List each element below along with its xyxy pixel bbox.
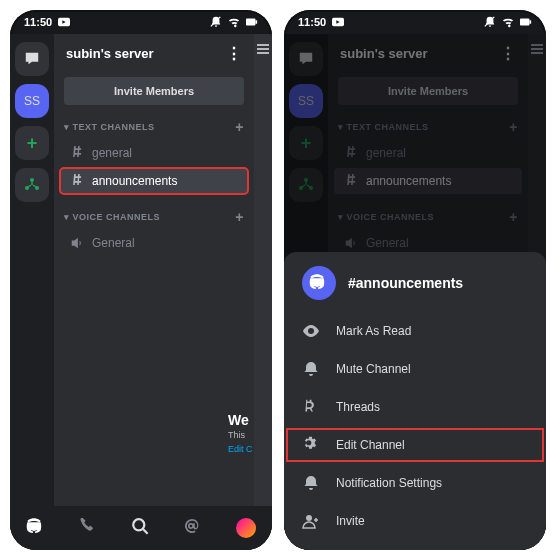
battery-icon bbox=[520, 16, 532, 28]
nav-search[interactable] bbox=[131, 517, 151, 540]
sheet-title: #announcements bbox=[348, 275, 463, 291]
status-time: 11:50 bbox=[24, 16, 52, 28]
discord-icon bbox=[26, 517, 46, 537]
add-user-icon bbox=[302, 512, 320, 530]
server-name[interactable]: subin's server bbox=[66, 46, 154, 61]
invite-members-button[interactable]: Invite Members bbox=[64, 77, 244, 105]
bell-icon bbox=[302, 360, 320, 378]
server-icon-current[interactable]: SS bbox=[15, 84, 49, 118]
hamburger-icon bbox=[257, 44, 269, 54]
status-bar: 11:50 bbox=[10, 10, 272, 34]
messages-button[interactable] bbox=[289, 42, 323, 76]
bell-off-icon bbox=[484, 16, 496, 28]
call-icon bbox=[79, 517, 99, 537]
nav-profile[interactable] bbox=[236, 518, 256, 538]
hub-icon bbox=[23, 176, 41, 194]
discover-hub-button[interactable] bbox=[289, 168, 323, 202]
status-bar: 11:50 bbox=[284, 10, 546, 34]
discord-icon bbox=[309, 273, 329, 293]
wifi-icon bbox=[502, 16, 514, 28]
action-invite[interactable]: Invite bbox=[284, 502, 546, 540]
server-icon-current[interactable]: SS bbox=[289, 84, 323, 118]
action-edit-channel[interactable]: Edit Channel bbox=[284, 426, 546, 464]
server-list: SS + bbox=[10, 34, 54, 506]
category-voice-channels[interactable]: ▾ VOICE CHANNELS + bbox=[54, 205, 254, 229]
bell-icon bbox=[302, 474, 320, 492]
welcome-card-peek: We This Edit C bbox=[228, 412, 258, 454]
discover-hub-button[interactable] bbox=[15, 168, 49, 202]
messages-button[interactable] bbox=[15, 42, 49, 76]
channel-list: subin's server ⋮ Invite Members ▾ TEXT C… bbox=[54, 34, 254, 506]
action-notification-settings[interactable]: Notification Settings bbox=[284, 464, 546, 502]
nav-friends[interactable] bbox=[79, 517, 99, 540]
voice-channel-general[interactable]: General bbox=[60, 230, 248, 256]
youtube-icon bbox=[58, 16, 70, 28]
channel-actions-sheet: #announcements Mark As Read Mute Channel… bbox=[284, 252, 546, 550]
status-time: 11:50 bbox=[298, 16, 326, 28]
action-mute-channel[interactable]: Mute Channel bbox=[284, 350, 546, 388]
nav-home[interactable] bbox=[26, 517, 46, 540]
message-icon bbox=[24, 51, 40, 67]
battery-icon bbox=[246, 16, 258, 28]
screenshot-right: 11:50 SS + subin's server ⋮ bbox=[284, 10, 546, 550]
category-text-channels[interactable]: ▾ TEXT CHANNELS + bbox=[54, 115, 254, 139]
gear-icon bbox=[302, 436, 320, 454]
add-voice-channel-button[interactable]: + bbox=[235, 209, 244, 225]
eye-icon bbox=[302, 322, 320, 340]
bell-off-icon bbox=[210, 16, 222, 28]
add-server-button[interactable]: + bbox=[15, 126, 49, 160]
channel-announcements[interactable]: announcements bbox=[60, 168, 248, 194]
channel-general[interactable]: general bbox=[60, 140, 248, 166]
sheet-channel-icon bbox=[302, 266, 336, 300]
action-threads[interactable]: Threads bbox=[284, 388, 546, 426]
screenshot-left: 11:50 SS + subin's server ⋮ bbox=[10, 10, 272, 550]
server-initials: SS bbox=[24, 94, 40, 108]
thread-icon bbox=[302, 398, 320, 416]
action-mark-as-read[interactable]: Mark As Read bbox=[284, 312, 546, 350]
wifi-icon bbox=[228, 16, 240, 28]
add-server-button[interactable]: + bbox=[289, 126, 323, 160]
youtube-icon bbox=[332, 16, 344, 28]
bottom-nav bbox=[10, 506, 272, 550]
avatar bbox=[236, 518, 256, 538]
nav-mentions[interactable] bbox=[183, 517, 203, 540]
speaker-icon bbox=[70, 236, 84, 250]
server-menu-button[interactable]: ⋮ bbox=[226, 44, 242, 63]
add-text-channel-button[interactable]: + bbox=[235, 119, 244, 135]
at-icon bbox=[183, 517, 203, 537]
search-icon bbox=[131, 517, 151, 537]
hash-icon bbox=[70, 174, 84, 188]
hash-icon bbox=[70, 146, 84, 160]
member-list-toggle[interactable] bbox=[254, 34, 272, 506]
